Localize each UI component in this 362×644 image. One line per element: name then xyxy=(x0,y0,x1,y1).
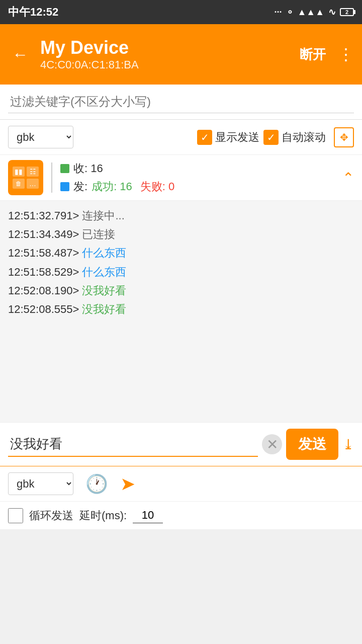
top-encoding-select[interactable]: gbk utf-8 ascii xyxy=(8,126,73,148)
log-timestamp-3: 12:51:58.487> xyxy=(8,247,79,259)
pause-icon: ▮▮ xyxy=(13,167,25,177)
show-send-label: 显示发送 xyxy=(215,130,259,145)
auto-scroll-label: 自动滚动 xyxy=(282,130,326,145)
show-send-checkbox-item: ✓ 显示发送 xyxy=(197,130,259,145)
log-entry-2: 12:51:34.349> 已连接 xyxy=(8,225,354,243)
log-text-6: 没我好看 xyxy=(82,303,126,315)
delay-input[interactable] xyxy=(133,508,163,523)
table-icon: ☷ xyxy=(27,167,39,177)
stats-action-button[interactable]: ▮▮ ☷ 🗑 … xyxy=(8,160,43,195)
collapse-button[interactable]: ⌃ xyxy=(342,170,354,186)
log-entry-6: 12:52:08.555> 没我好看 xyxy=(8,300,354,318)
history-button[interactable]: 🕐 xyxy=(85,473,108,495)
signal-icon: ▲▲▲ xyxy=(298,7,324,18)
log-timestamp-6: 12:52:08.555> xyxy=(8,303,79,315)
log-text-5: 没我好看 xyxy=(82,284,126,297)
send-success-label: 成功: 16 xyxy=(92,179,132,194)
recv-stats: 收: 16 xyxy=(60,161,342,176)
log-entry-5: 12:52:08.190> 没我好看 xyxy=(8,282,354,299)
loop-send-label: 循环发送 xyxy=(29,508,73,523)
send-indicator xyxy=(60,182,69,191)
log-text-1: 连接中... xyxy=(82,209,124,222)
fullscreen-button[interactable]: ✥ xyxy=(334,127,354,147)
log-area: 12:51:32.791> 连接中... 12:51:34.349> 已连接 1… xyxy=(0,201,362,422)
log-text-2: 已连接 xyxy=(82,228,115,240)
send-fail-label: 失败: 0 xyxy=(140,179,174,194)
send-button[interactable]: 发送 xyxy=(286,429,338,460)
bottom-encoding-select[interactable]: gbk utf-8 ascii xyxy=(8,472,73,495)
device-title: My Device 4C:C0:0A:C1:81:BA xyxy=(40,37,288,71)
log-timestamp-1: 12:51:32.791> xyxy=(8,209,79,222)
wifi-icon: ∿ xyxy=(328,7,336,18)
log-entry-4: 12:51:58.529> 什么东西 xyxy=(8,263,354,281)
status-bar: 中午12:52 ··· ⚬ ▲▲▲ ∿ 2 xyxy=(0,0,362,24)
stats-info: 收: 16 发: 成功: 16 失败: 0 xyxy=(60,161,342,194)
dots-icon: … xyxy=(27,179,39,189)
message-input[interactable] xyxy=(8,432,258,457)
disconnect-button[interactable]: 断开 xyxy=(296,44,330,65)
checkbox-group: ✓ 显示发送 ✓ 自动滚动 ✥ xyxy=(197,127,354,147)
log-timestamp-5: 12:52:08.190> xyxy=(8,284,79,297)
signal-dots-icon: ··· xyxy=(275,7,282,18)
log-timestamp-4: 12:51:58.529> xyxy=(8,266,79,278)
send-label-prefix: 发: xyxy=(73,179,87,194)
bottom-controls: gbk utf-8 ascii 🕐 ➤ xyxy=(0,466,362,502)
delete-icon: 🗑 xyxy=(13,179,25,189)
bluetooth-icon: ⚬ xyxy=(286,7,294,18)
divider xyxy=(51,163,52,193)
recv-indicator xyxy=(60,164,69,173)
delay-label: 延时(ms): xyxy=(79,508,127,523)
log-entry-1: 12:51:32.791> 连接中... xyxy=(8,207,354,224)
log-text-4: 什么东西 xyxy=(82,266,126,278)
app-bar: ← My Device 4C:C0:0A:C1:81:BA 断开 ⋮ xyxy=(0,24,362,85)
status-icons: ··· ⚬ ▲▲▲ ∿ 2 xyxy=(275,7,354,18)
auto-scroll-checkbox-item: ✓ 自动滚动 xyxy=(263,130,326,145)
status-time: 中午12:52 xyxy=(8,5,58,20)
loop-send-checkbox[interactable] xyxy=(8,508,23,523)
back-button[interactable]: ← xyxy=(8,41,32,68)
device-mac: 4C:C0:0A:C1:81:BA xyxy=(40,58,288,71)
battery-icon: 2 xyxy=(340,8,354,16)
send-stats: 发: 成功: 16 失败: 0 xyxy=(60,179,342,194)
more-options-button[interactable]: ⋮ xyxy=(338,45,354,64)
loop-send-row: 循环发送 延时(ms): xyxy=(0,502,362,529)
recv-label: 收: 16 xyxy=(73,161,103,176)
send-icon-button[interactable]: ➤ xyxy=(120,473,135,495)
input-row: ✕ 发送 ⤓ xyxy=(0,423,362,466)
controls-row: gbk utf-8 ascii ✓ 显示发送 ✓ 自动滚动 ✥ xyxy=(0,120,362,155)
clear-button[interactable]: ✕ xyxy=(262,434,282,454)
auto-scroll-checkbox[interactable]: ✓ xyxy=(263,130,279,145)
log-text-3: 什么东西 xyxy=(82,247,126,259)
log-timestamp-2: 12:51:34.349> xyxy=(8,228,79,240)
fullscreen-icon: ✥ xyxy=(340,131,348,143)
log-entry-3: 12:51:58.487> 什么东西 xyxy=(8,244,354,262)
filter-input[interactable] xyxy=(8,91,354,113)
bottom-area: ✕ 发送 ⤓ gbk utf-8 ascii 🕐 ➤ 循环发送 延时(ms): xyxy=(0,422,362,529)
stats-btn-bottom-row: 🗑 … xyxy=(13,179,39,189)
show-send-checkbox[interactable]: ✓ xyxy=(197,130,212,145)
filter-section xyxy=(0,85,362,120)
stats-row: ▮▮ ☷ 🗑 … 收: 16 发: 成功: 16 失败: 0 xyxy=(0,155,362,201)
app-bar-actions: 断开 ⋮ xyxy=(296,44,354,65)
stats-btn-top-row: ▮▮ ☷ xyxy=(13,167,39,177)
device-name: My Device xyxy=(40,37,288,58)
expand-history-button[interactable]: ⤓ xyxy=(342,436,354,453)
